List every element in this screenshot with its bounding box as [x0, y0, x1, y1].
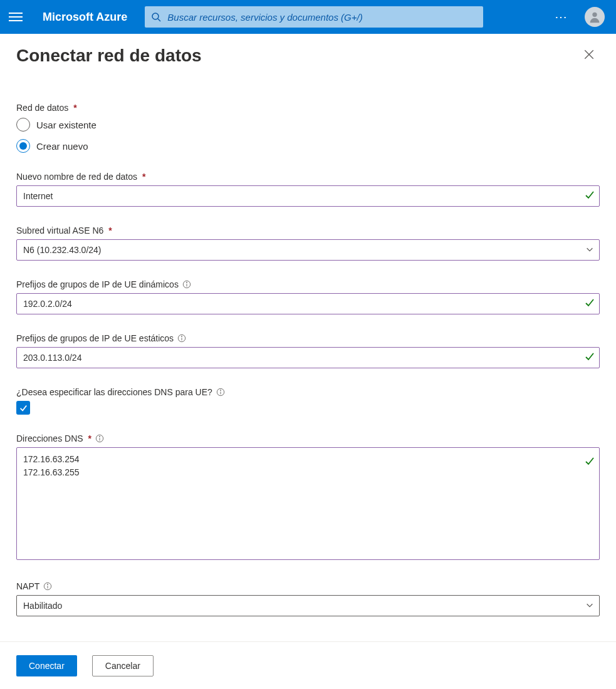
info-icon[interactable] — [182, 280, 191, 289]
napt-value: Habilitado — [23, 601, 62, 611]
chevron-down-icon — [585, 245, 594, 256]
search-input[interactable] — [167, 12, 477, 23]
page-content: Conectar red de datos Red de datos * Usa… — [0, 34, 616, 641]
required-asterisk: * — [73, 103, 76, 113]
radio-create-new[interactable]: Crear nuevo — [16, 139, 600, 153]
radio-use-existing-label: Usar existente — [36, 120, 97, 130]
new-name-input[interactable] — [16, 185, 600, 207]
stat-prefix-label: Prefijos de grupos de IP de UE estáticos — [16, 333, 174, 343]
svg-point-13 — [220, 390, 221, 390]
cancel-button[interactable]: Cancelar — [92, 655, 154, 676]
subnet-value: N6 (10.232.43.0/24) — [23, 245, 102, 255]
info-icon[interactable] — [177, 334, 186, 343]
close-icon — [583, 49, 595, 60]
svg-point-7 — [186, 282, 187, 282]
check-icon — [585, 298, 595, 310]
page-title: Conectar red de datos — [16, 46, 202, 66]
napt-label: NAPT — [16, 581, 39, 591]
svg-point-2 — [592, 13, 597, 17]
user-avatar[interactable] — [585, 7, 605, 27]
info-icon[interactable] — [95, 434, 104, 443]
info-icon[interactable] — [43, 582, 52, 591]
svg-line-1 — [158, 19, 160, 21]
svg-point-0 — [152, 13, 159, 19]
azure-topbar: Microsoft Azure ⋯ — [0, 0, 616, 34]
person-icon — [588, 10, 602, 24]
napt-dropdown[interactable]: Habilitado — [16, 595, 600, 616]
dns-textarea[interactable] — [16, 447, 600, 560]
radio-use-existing[interactable]: Usar existente — [16, 118, 600, 132]
new-name-label: Nuevo nombre de red de datos — [16, 172, 137, 182]
subnet-dropdown[interactable]: N6 (10.232.43.0/24) — [16, 239, 600, 261]
stat-prefix-input[interactable] — [16, 347, 600, 368]
radio-create-new-label: Crear nuevo — [36, 141, 88, 152]
subnet-label: Subred virtual ASE N6 — [16, 225, 103, 236]
info-icon[interactable] — [216, 388, 225, 396]
dyn-prefix-label: Prefijos de grupos de IP de UE dinámicos — [16, 279, 179, 289]
global-search[interactable] — [145, 6, 483, 28]
required-asterisk: * — [142, 172, 145, 182]
check-icon — [585, 190, 595, 202]
required-asterisk: * — [88, 433, 91, 443]
checkmark-icon — [19, 403, 28, 412]
overflow-menu[interactable]: ⋯ — [555, 9, 568, 24]
brand-label: Microsoft Azure — [43, 11, 127, 24]
svg-point-16 — [100, 436, 100, 437]
page-footer: Conectar Cancelar — [0, 641, 616, 689]
chevron-down-icon — [585, 601, 594, 611]
radio-icon-selected — [16, 139, 30, 153]
close-button[interactable] — [578, 43, 600, 69]
required-asterisk: * — [108, 225, 112, 236]
dns-label: Direcciones DNS — [16, 433, 83, 443]
check-icon — [585, 456, 595, 469]
svg-point-10 — [182, 336, 182, 336]
search-icon — [151, 12, 161, 22]
dyn-prefix-input[interactable] — [16, 293, 600, 314]
radio-icon — [16, 118, 30, 132]
dns-checkbox[interactable] — [16, 401, 30, 415]
data-network-label: Red de datos — [16, 103, 68, 113]
svg-point-19 — [48, 584, 48, 584]
connect-button[interactable]: Conectar — [16, 655, 77, 676]
dns-question-label: ¿Desea especificar las direcciones DNS p… — [16, 387, 212, 397]
check-icon — [585, 351, 595, 364]
hamburger-menu[interactable] — [6, 8, 25, 26]
